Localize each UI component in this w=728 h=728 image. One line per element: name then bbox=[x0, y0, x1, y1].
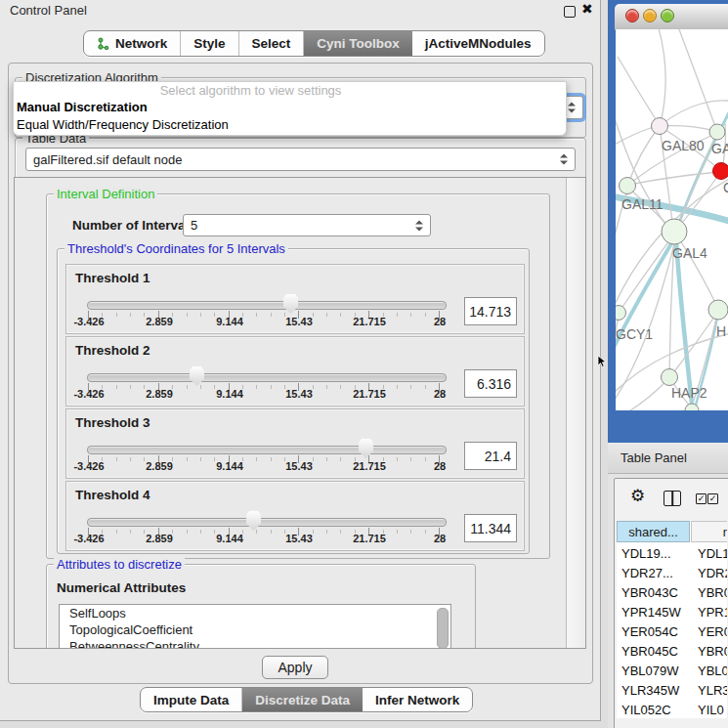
number-of-intervals-combobox[interactable]: 5 bbox=[183, 214, 431, 236]
tick-label: 21.715 bbox=[353, 316, 386, 327]
tab-jactivemnodules[interactable]: jActiveMNodules bbox=[412, 31, 544, 56]
table-panel: Table Panel ⚙ ✓ ✓ shared... na YDL19...Y… bbox=[608, 443, 728, 728]
node-label: C bbox=[723, 180, 728, 195]
network-canvas[interactable]: GAL80 GA GAL11 C GAL4 GCY1 H HAP2 bbox=[616, 29, 728, 410]
threshold-2-label: Threshold 2 bbox=[75, 343, 150, 358]
attributes-group-title: Attributes to discretize bbox=[54, 557, 185, 572]
node-label: GCY1 bbox=[616, 326, 653, 342]
numerical-attributes-list: SelfLoops TopologicalCoefficient Between… bbox=[59, 604, 451, 649]
node-label: H bbox=[716, 323, 726, 339]
threshold-1-slider-track[interactable] bbox=[87, 301, 447, 310]
tab-cyni-toolbox[interactable]: Cyni Toolbox bbox=[304, 31, 412, 56]
threshold-1-panel: Threshold 1 -3.426 2.859 9.144 15.43 21.… bbox=[65, 264, 525, 334]
interval-definition-group: Interval Definition Number of Intervals … bbox=[46, 193, 550, 559]
close-traffic-light-icon[interactable] bbox=[625, 9, 639, 22]
window-title: Control Panel bbox=[10, 3, 87, 18]
panel-tab-bar: Network Style Select Cyni Toolbox jActiv… bbox=[83, 30, 545, 57]
node-label: GAL11 bbox=[621, 196, 664, 212]
dropdown-option-equal-width[interactable]: Equal Width/Frequency Discretization bbox=[14, 116, 566, 134]
mouse-cursor bbox=[597, 355, 607, 368]
tab-select[interactable]: Select bbox=[239, 31, 305, 56]
threshold-2-value-field[interactable]: 6.316 bbox=[464, 369, 517, 398]
close-icon[interactable]: ✖ bbox=[581, 1, 593, 17]
tab-style[interactable]: Style bbox=[181, 31, 238, 56]
node-label: GAL4 bbox=[672, 245, 707, 261]
dropdown-option-manual[interactable]: Manual Discretization bbox=[14, 99, 566, 116]
network-view-window: GAL80 GA GAL11 C GAL4 GCY1 H HAP2 bbox=[608, 0, 728, 443]
tick-label: 15.43 bbox=[285, 533, 313, 544]
split-columns-icon[interactable] bbox=[664, 491, 681, 506]
tick-label: 28 bbox=[434, 316, 446, 327]
list-item[interactable]: SelfLoops bbox=[60, 605, 450, 621]
tab-discretize-data[interactable]: Discretize Data bbox=[242, 688, 363, 711]
dropdown-hint-option: Select algorithm to view settings bbox=[14, 82, 566, 99]
tick-label: 9.144 bbox=[216, 460, 243, 472]
tick-label: 2.859 bbox=[146, 388, 173, 400]
attributes-group: Attributes to discretize Numerical Attri… bbox=[46, 564, 476, 649]
table-panel-body: ⚙ ✓ ✓ shared... na YDL19...YDR27...YBR04… bbox=[614, 478, 728, 728]
float-window-icon[interactable] bbox=[564, 6, 576, 18]
network-icon bbox=[97, 37, 109, 50]
tick-label: 15.43 bbox=[285, 316, 313, 327]
gear-icon[interactable]: ⚙ bbox=[630, 488, 645, 504]
threshold-4-panel: Threshold 4 -3.426 2.859 9.144 15.43 21.… bbox=[65, 481, 525, 551]
bottom-tab-bar: Impute Data Discretize Data Infer Networ… bbox=[140, 687, 473, 712]
node-gal4[interactable] bbox=[662, 219, 687, 244]
tick-label: 21.715 bbox=[353, 460, 386, 472]
tick-label: 2.859 bbox=[146, 316, 173, 327]
tab-infer-network[interactable]: Infer Network bbox=[363, 688, 472, 711]
settings-scroll-viewport: Interval Definition Number of Intervals … bbox=[14, 177, 586, 649]
threshold-4-label: Threshold 4 bbox=[75, 488, 150, 502]
node-gcy1[interactable] bbox=[616, 306, 626, 321]
settings-scrollbar-track[interactable] bbox=[566, 178, 585, 648]
number-of-intervals-label: Number of Intervals bbox=[72, 218, 196, 233]
spinner-icon bbox=[568, 103, 576, 113]
table-column-shared-name[interactable]: YDL19...YDR27...YBR043CYPR145WYER054CYBR… bbox=[621, 544, 681, 718]
tick-label: 15.43 bbox=[285, 460, 313, 472]
node-hap2[interactable] bbox=[662, 369, 678, 386]
table-panel-title: Table Panel bbox=[621, 450, 687, 465]
node-red-selected[interactable] bbox=[713, 163, 728, 180]
table-column-name[interactable]: YDL1YDR2YBR0YPR1YER0YBR0YBL0YLR3YIL0 bbox=[698, 544, 727, 718]
minimize-traffic-light-icon[interactable] bbox=[643, 9, 657, 22]
apply-button[interactable]: Apply bbox=[262, 656, 328, 679]
tick-label: 9.144 bbox=[216, 533, 243, 544]
numerical-attributes-label: Numerical Attributes bbox=[57, 580, 186, 595]
node-label: GA bbox=[711, 141, 728, 156]
tick-label: 15.43 bbox=[285, 388, 313, 400]
tick-marks bbox=[88, 455, 441, 463]
tick-marks bbox=[88, 311, 441, 319]
threshold-3-value-field[interactable]: 21.4 bbox=[464, 442, 517, 470]
node-table: shared... na YDL19...YDR27...YBR043CYPR1… bbox=[617, 521, 727, 718]
checkbox-icon[interactable]: ✓ bbox=[707, 493, 718, 504]
node-label: HAP2 bbox=[671, 385, 707, 401]
node-gal80[interactable] bbox=[652, 118, 668, 135]
threshold-2-panel: Threshold 2 -3.426 2.859 9.144 15.43 21.… bbox=[65, 336, 525, 407]
node-h[interactable] bbox=[708, 300, 728, 320]
zoom-traffic-light-icon[interactable] bbox=[661, 9, 674, 22]
column-header-name[interactable]: na bbox=[691, 521, 727, 542]
checkbox-icon[interactable]: ✓ bbox=[696, 493, 707, 504]
table-data-combobox[interactable]: galFiltered.sif default node bbox=[25, 148, 576, 171]
node-top-right[interactable] bbox=[709, 124, 725, 140]
tick-label: -3.426 bbox=[73, 533, 104, 544]
tab-network[interactable]: Network bbox=[84, 31, 181, 56]
threshold-4-value-field[interactable]: 11.344 bbox=[464, 514, 517, 542]
node-gal11[interactable] bbox=[620, 178, 636, 194]
tick-label: -3.426 bbox=[73, 316, 104, 327]
threshold-2-slider-track[interactable] bbox=[87, 373, 447, 382]
list-item[interactable]: TopologicalCoefficient bbox=[60, 621, 450, 638]
threshold-1-value-field[interactable]: 14.713 bbox=[464, 297, 517, 325]
threshold-3-slider-track[interactable] bbox=[87, 446, 447, 454]
network-window-titlebar[interactable] bbox=[615, 4, 728, 30]
list-item[interactable]: BetweennessCentrality bbox=[60, 638, 450, 649]
tab-impute-data[interactable]: Impute Data bbox=[141, 688, 242, 711]
column-header-shared-name[interactable]: shared... bbox=[617, 521, 690, 542]
tick-marks bbox=[88, 528, 441, 535]
attributes-list-scrollbar[interactable] bbox=[437, 608, 449, 649]
tick-label: 9.144 bbox=[216, 316, 243, 327]
threshold-1-label: Threshold 1 bbox=[75, 271, 150, 285]
tick-label: 2.859 bbox=[146, 533, 173, 544]
threshold-4-slider-track[interactable] bbox=[87, 518, 447, 527]
thresholds-group: Threshold's Coordinates for 5 Intervals … bbox=[57, 248, 530, 554]
